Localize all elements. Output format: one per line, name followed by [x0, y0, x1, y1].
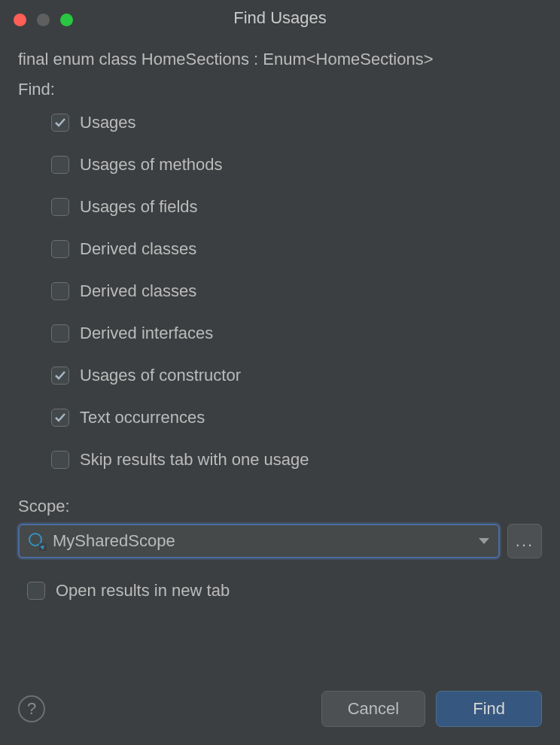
find-option-checkbox[interactable] — [51, 198, 69, 216]
find-option-label: Derived classes — [80, 239, 196, 259]
find-option-label: Usages of fields — [80, 197, 198, 217]
find-option-checkbox[interactable] — [51, 324, 69, 342]
find-option-checkbox[interactable] — [51, 451, 69, 469]
find-option-label: Usages of constructor — [80, 366, 241, 385]
open-in-new-tab-checkbox[interactable] — [27, 582, 45, 600]
cancel-button[interactable]: Cancel — [321, 691, 425, 727]
dialog-content: final enum class HomeSections : Enum<Hom… — [0, 36, 560, 601]
window-controls — [14, 14, 73, 26]
find-option-row: Usages of methods — [51, 155, 542, 175]
find-option-checkbox[interactable] — [51, 366, 69, 385]
class-signature: final enum class HomeSections : Enum<Hom… — [18, 50, 542, 69]
find-option-label: Skip results tab with one usage — [80, 450, 309, 470]
open-in-new-tab-row: Open results in new tab — [18, 581, 542, 601]
close-window-button[interactable] — [14, 14, 26, 26]
minimize-window-button[interactable] — [37, 14, 50, 26]
dialog-footer: ? Cancel Find — [18, 691, 542, 727]
find-option-row: Usages of constructor — [51, 366, 542, 385]
scope-icon — [29, 533, 45, 549]
chevron-down-icon — [479, 538, 489, 544]
find-option-checkbox[interactable] — [51, 240, 69, 258]
find-option-checkbox[interactable] — [51, 409, 69, 427]
find-option-checkbox[interactable] — [51, 282, 69, 300]
find-options-list: UsagesUsages of methodsUsages of fieldsD… — [18, 113, 542, 470]
find-option-row: Usages of fields — [51, 197, 542, 217]
find-option-row: Usages — [51, 113, 542, 132]
find-option-label: Text occurrences — [80, 408, 205, 427]
find-option-row: Derived classes — [51, 281, 542, 301]
find-option-row: Text occurrences — [51, 408, 542, 427]
find-option-label: Usages — [80, 113, 136, 132]
scope-row: MySharedScope ... — [18, 524, 542, 558]
find-option-row: Derived interfaces — [51, 324, 542, 343]
scope-dropdown[interactable]: MySharedScope — [18, 524, 500, 558]
find-option-label: Derived interfaces — [80, 324, 213, 343]
open-in-new-tab-label: Open results in new tab — [56, 581, 230, 601]
find-section-label: Find: — [18, 80, 542, 99]
find-option-row: Skip results tab with one usage — [51, 450, 542, 470]
help-button[interactable]: ? — [18, 695, 45, 722]
titlebar: Find Usages — [0, 0, 560, 36]
find-option-row: Derived classes — [51, 239, 542, 259]
maximize-window-button[interactable] — [60, 14, 73, 26]
scope-section-label: Scope: — [18, 497, 542, 516]
scope-value: MySharedScope — [53, 531, 175, 551]
scope-more-button[interactable]: ... — [507, 524, 542, 558]
find-option-label: Derived classes — [80, 281, 196, 301]
find-option-checkbox[interactable] — [51, 114, 69, 132]
find-button[interactable]: Find — [436, 691, 542, 727]
find-option-label: Usages of methods — [80, 155, 223, 175]
window-title: Find Usages — [12, 8, 548, 28]
find-option-checkbox[interactable] — [51, 156, 69, 174]
